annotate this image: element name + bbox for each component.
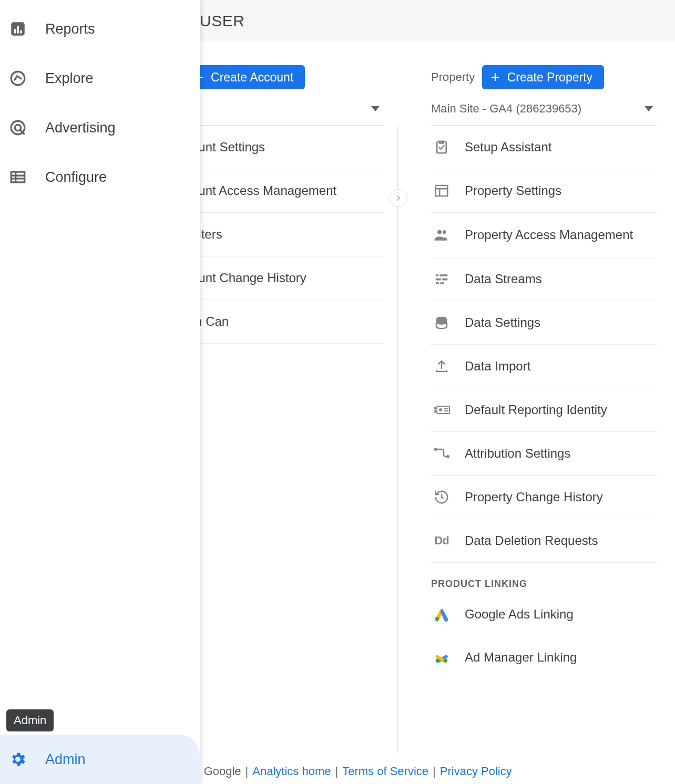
- product-linking-heading: PRODUCT LINKING: [431, 563, 657, 593]
- table-icon: [8, 168, 27, 186]
- property-row-google-ads-linking[interactable]: Google Ads Linking: [431, 593, 657, 636]
- nav-item-explore[interactable]: Explore: [0, 54, 200, 103]
- property-row-data-streams[interactable]: Data Streams: [431, 257, 657, 301]
- svg-rect-14: [437, 406, 449, 414]
- row-label: Data Import: [465, 358, 530, 374]
- svg-rect-8: [442, 278, 447, 281]
- svg-point-24: [444, 659, 448, 663]
- id-card-icon: [431, 404, 452, 416]
- property-selected: Main Site - GA4 (286239653): [431, 102, 581, 116]
- nav-label: Admin: [45, 751, 86, 768]
- ad-manager-icon: [431, 649, 452, 665]
- row-label: Data Deletion Requests: [465, 533, 598, 549]
- row-label: Data Streams: [465, 271, 542, 287]
- svg-rect-32: [11, 172, 25, 182]
- header-user-label: USER: [200, 12, 244, 30]
- property-row-attribution-settings[interactable]: Attribution Settings: [431, 432, 657, 476]
- row-label: Ad Manager Linking: [465, 649, 577, 665]
- row-label: Data Settings: [465, 315, 540, 331]
- svg-rect-27: [17, 26, 19, 33]
- layout-icon: [431, 183, 452, 199]
- nav-label: Explore: [45, 70, 94, 87]
- svg-point-23: [436, 659, 440, 663]
- svg-point-20: [435, 617, 439, 621]
- svg-point-18: [434, 448, 437, 451]
- people-icon: [431, 226, 452, 243]
- row-label: Property Change History: [465, 489, 603, 505]
- row-label: Default Reporting Identity: [465, 402, 607, 418]
- svg-rect-16: [444, 408, 448, 409]
- streams-icon: [431, 271, 452, 287]
- row-label: Attribution Settings: [465, 446, 570, 461]
- row-label: Property Settings: [465, 183, 561, 199]
- admin-tooltip: Admin: [6, 709, 54, 731]
- advertising-icon: [8, 119, 27, 137]
- property-column: Property + Create Property Main Site - G…: [431, 42, 657, 752]
- svg-rect-7: [436, 278, 441, 281]
- property-row-data-settings[interactable]: Data Settings: [431, 301, 657, 345]
- plus-icon: +: [490, 69, 500, 85]
- svg-rect-17: [444, 410, 448, 411]
- svg-point-0: [395, 194, 403, 202]
- gear-icon: [8, 750, 27, 768]
- property-selector[interactable]: Main Site - GA4 (286239653): [431, 92, 657, 126]
- clipboard-check-icon: [431, 139, 452, 155]
- column-scroll-arrow[interactable]: [390, 189, 407, 207]
- chevron-down-icon: [371, 106, 380, 111]
- explore-icon: [8, 69, 27, 87]
- property-row-data-import[interactable]: Data Import: [431, 345, 657, 388]
- database-icon: [431, 315, 452, 331]
- property-label: Property: [431, 70, 475, 84]
- property-row-property-access-management[interactable]: Property Access Management: [431, 213, 657, 257]
- create-account-button[interactable]: + Create Account: [186, 65, 305, 89]
- upload-icon: [431, 358, 452, 374]
- nav-label: Configure: [45, 169, 107, 185]
- nav-item-advertising[interactable]: Advertising: [0, 103, 200, 152]
- chevron-down-icon: [645, 106, 653, 111]
- row-label: Setup Assistant: [465, 139, 551, 155]
- google-ads-icon: [431, 606, 452, 622]
- property-row-property-settings[interactable]: Property Settings: [431, 169, 657, 213]
- create-property-button[interactable]: + Create Property: [482, 65, 604, 89]
- svg-point-3: [437, 230, 442, 234]
- svg-rect-5: [436, 274, 438, 276]
- column-divider: [397, 126, 398, 752]
- svg-rect-26: [14, 29, 16, 34]
- attribution-icon: [431, 446, 452, 461]
- dd-icon: Dd: [431, 534, 452, 548]
- property-row-property-change-history[interactable]: Property Change History: [431, 476, 657, 519]
- row-label: Property Access Management: [465, 227, 633, 243]
- svg-point-29: [11, 71, 25, 85]
- footer-link-analytics-home[interactable]: Analytics home: [252, 765, 331, 778]
- nav-label: Reports: [45, 21, 95, 37]
- nav-label: Advertising: [45, 120, 116, 136]
- nav-item-configure[interactable]: Configure: [0, 152, 200, 202]
- create-property-label: Create Property: [507, 70, 592, 85]
- svg-rect-28: [20, 30, 22, 34]
- svg-rect-13: [434, 410, 436, 412]
- svg-rect-12: [434, 407, 436, 409]
- row-label: Google Ads Linking: [465, 606, 574, 622]
- svg-rect-6: [439, 274, 447, 276]
- property-row-default-reporting-identity[interactable]: Default Reporting Identity: [431, 388, 657, 432]
- left-nav-flyout: Reports Explore Advertising Configure: [0, 0, 200, 784]
- property-row-setup-assistant[interactable]: Setup Assistant: [431, 126, 657, 169]
- bar-chart-icon: [8, 20, 27, 38]
- svg-rect-10: [441, 282, 445, 284]
- property-row-data-deletion-requests[interactable]: Dd Data Deletion Requests: [431, 519, 657, 563]
- svg-rect-2: [436, 185, 448, 196]
- nav-item-reports[interactable]: Reports: [0, 4, 200, 54]
- svg-point-15: [439, 408, 442, 411]
- create-account-label: Create Account: [211, 70, 293, 85]
- svg-point-4: [443, 230, 446, 234]
- property-row-ad-manager-linking[interactable]: Ad Manager Linking: [431, 636, 657, 679]
- footer-link-privacy[interactable]: Privacy Policy: [440, 765, 512, 778]
- nav-item-admin[interactable]: Admin: [0, 735, 200, 784]
- footer-link-terms[interactable]: Terms of Service: [342, 765, 428, 778]
- svg-rect-9: [436, 282, 439, 284]
- svg-point-19: [446, 455, 449, 458]
- property-settings-list: Setup Assistant Property Settings Proper…: [431, 126, 657, 679]
- history-icon: [431, 489, 452, 505]
